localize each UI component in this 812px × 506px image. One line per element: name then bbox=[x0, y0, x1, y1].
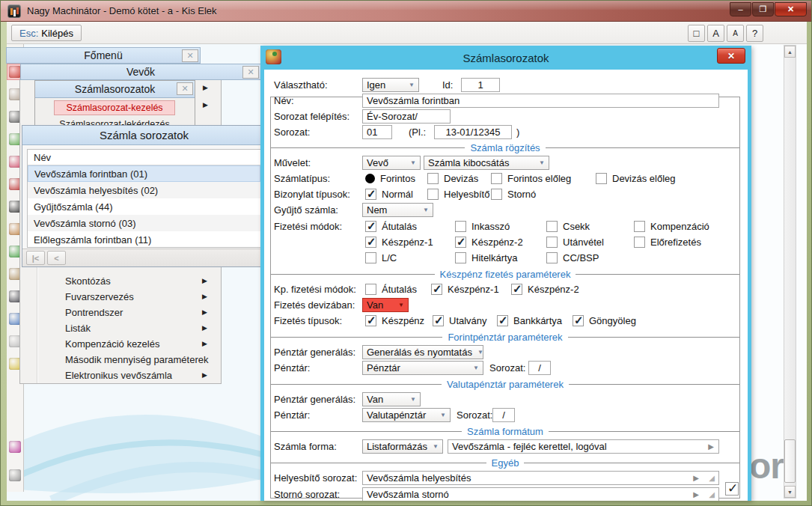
penztar-valuta-dropdown[interactable]: Valutapénztár ▼ bbox=[362, 408, 451, 422]
szamla-forma-dropdown[interactable]: Listaformázás ▼ bbox=[362, 439, 443, 454]
szamlasorozatok-menu-titlebar[interactable]: Számlasorozatok ✕ bbox=[35, 81, 195, 98]
checkbox-elorefizetes[interactable]: Előrefizetés bbox=[634, 235, 701, 249]
first-page-button[interactable]: |< bbox=[26, 251, 45, 265]
checkbox-box-icon bbox=[634, 221, 645, 232]
menu-item-szamlasorozat-kezeles[interactable]: Számlasorozat-kezelés bbox=[54, 100, 175, 115]
penztar-generalas-valuta-dropdown[interactable]: Van ▼ bbox=[362, 392, 421, 406]
gyujto-szamla-dropdown[interactable]: Nem ▼ bbox=[362, 203, 433, 217]
checkbox-keszpenz-1[interactable]: Készpénz-1 bbox=[365, 235, 433, 249]
checkbox-inkasszo[interactable]: Inkasszó bbox=[455, 219, 510, 233]
maximize-button[interactable]: ❐ bbox=[752, 2, 774, 16]
dialog-titlebar[interactable]: Számlasorozatok bbox=[260, 46, 751, 70]
muvelet-label: Művelet: bbox=[274, 156, 311, 170]
checkbox-atutalas[interactable]: Átutalás bbox=[365, 219, 417, 233]
checkbox-kompenzacio[interactable]: Kompenzáció bbox=[634, 219, 709, 233]
checkbox-lc[interactable]: L/C bbox=[365, 251, 397, 264]
checkbox-box-icon bbox=[634, 237, 645, 248]
checkbox-box-icon bbox=[433, 315, 444, 326]
submenu-arrow-icon: ▶ bbox=[203, 101, 208, 109]
checkbox-keszpenz-2[interactable]: Készpénz-2 bbox=[455, 235, 523, 249]
menu-item-skontozas[interactable]: Skontózás ▶ bbox=[47, 273, 216, 288]
checkbox-helyesbito[interactable]: Helyesbítő bbox=[427, 187, 489, 201]
list-row[interactable]: Gyűjtőszámla (44) bbox=[28, 198, 260, 215]
window-mode-button[interactable]: □ bbox=[688, 25, 705, 42]
valaszthato-dropdown[interactable]: Igen ▼ bbox=[362, 78, 419, 92]
vevok-window-titlebar[interactable]: Vevők ✕ bbox=[20, 64, 261, 80]
checkbox-utanvetel[interactable]: Utánvétel bbox=[546, 235, 604, 249]
previous-page-button[interactable]: < bbox=[47, 251, 66, 265]
checkbox-storno[interactable]: Stornó bbox=[491, 187, 536, 201]
scroll-up-button[interactable]: ▲ bbox=[784, 46, 796, 58]
checkbox-forintos-eloleg[interactable]: Forintos előleg bbox=[491, 171, 571, 185]
checkbox-kp-keszpenz-1[interactable]: Készpénz-1 bbox=[431, 282, 499, 296]
id-field[interactable]: 1 bbox=[461, 78, 500, 92]
checkbox-hitelkartya[interactable]: Hitelkártya bbox=[455, 251, 517, 264]
checkbox-devizas[interactable]: Devizás bbox=[427, 171, 478, 185]
minimize-button[interactable]: – bbox=[730, 2, 751, 16]
scroll-down-button[interactable]: ▼ bbox=[784, 486, 796, 498]
checkbox-csekk[interactable]: Csekk bbox=[546, 219, 590, 233]
menu-item-masodik-mennyiseg[interactable]: Második mennyiség paraméterek bbox=[47, 352, 216, 367]
list-column-header[interactable]: Név bbox=[28, 150, 260, 165]
szamla-formatum-picker[interactable]: Vevőszámla - fejléc kerettel, logóval ▶ bbox=[448, 439, 719, 454]
checkbox-normal[interactable]: Normál bbox=[365, 187, 413, 201]
fomenu-close-button[interactable]: ✕ bbox=[182, 49, 198, 62]
fomenu-window-titlebar[interactable]: Főmenü ✕ bbox=[6, 47, 201, 64]
checkbox-tipus-utalvany[interactable]: Utalvány bbox=[433, 314, 487, 327]
menu-icon[interactable] bbox=[9, 469, 21, 481]
sorozat-field[interactable]: 01 bbox=[362, 125, 392, 139]
dropdown-arrow-icon: ▼ bbox=[477, 349, 483, 356]
section-szamla-rogzites: Számla rögzítés bbox=[271, 141, 739, 153]
checkbox-box-icon bbox=[455, 237, 466, 248]
penztar-valuta-label: Pénztár: bbox=[274, 408, 310, 422]
szamlasorozatok-close-button[interactable]: ✕ bbox=[177, 82, 193, 95]
vertical-scrollbar[interactable]: ▲ ▼ bbox=[784, 45, 796, 499]
font-decrease-button[interactable]: A bbox=[727, 25, 744, 42]
radio-forintos[interactable]: Forintos bbox=[365, 171, 415, 185]
window-title: Nagy Machinátor - Demó kötet - a - Kis E… bbox=[27, 5, 217, 16]
menu-item-elektronikus-vevoszamla[interactable]: Elektronikus vevőszámla ▶ bbox=[47, 368, 216, 382]
list-row[interactable]: Vevőszámla stornó (03) bbox=[28, 215, 260, 231]
menu-icon[interactable] bbox=[9, 66, 21, 78]
list-row[interactable]: Vevőszámla helyesbítés (02) bbox=[28, 182, 260, 198]
checkbox-tipus-keszpenz[interactable]: Készpénz bbox=[365, 314, 424, 327]
menu-item-fuvarszervezes[interactable]: Fuvarszervezés ▶ bbox=[47, 289, 216, 304]
penztar-forint-dropdown[interactable]: Pénztár ▼ bbox=[362, 361, 483, 375]
exit-button[interactable]: Esc: Kilépés bbox=[11, 25, 82, 41]
list-row[interactable]: Vevőszámla forintban (01) bbox=[28, 165, 260, 182]
help-button[interactable]: ? bbox=[746, 25, 763, 42]
menu-icon[interactable] bbox=[9, 441, 21, 453]
muvelet-tipus-dropdown[interactable]: Számla kibocsátás ▼ bbox=[424, 156, 549, 170]
menu-item-pontrendszer[interactable]: Pontrendszer ▶ bbox=[47, 305, 216, 320]
submenu-arrow-icon: ▶ bbox=[203, 84, 208, 91]
sorozat-forint-field[interactable]: / bbox=[528, 361, 551, 375]
checkbox-devizas-eloleg[interactable]: Devizás előleg bbox=[596, 171, 676, 185]
dialog-close-button[interactable]: ✕ bbox=[717, 48, 745, 64]
list-navigation-bar: |< < bbox=[22, 249, 266, 266]
checkbox-tipus-bankkartya[interactable]: Bankkártya bbox=[497, 314, 562, 327]
list-row[interactable]: Előlegszámla forintban (11) bbox=[28, 231, 260, 248]
confirm-checkbox[interactable] bbox=[725, 482, 739, 496]
sorozat-felepites-field[interactable]: Év-Sorozat/ bbox=[362, 109, 451, 124]
storno-sorozat-picker[interactable]: Vevőszámla stornó ▶ ◢ bbox=[362, 487, 719, 501]
menu-item-kompenzacio[interactable]: Kompenzáció kezelés ▶ bbox=[47, 336, 216, 351]
checkbox-kp-atutalas[interactable]: Átutalás bbox=[365, 282, 417, 296]
sorozat-example-field[interactable]: 13-01/12345 bbox=[434, 125, 512, 139]
vevok-close-button[interactable]: ✕ bbox=[242, 66, 259, 79]
checkbox-tipus-gongyoleg[interactable]: Göngyöleg bbox=[573, 314, 636, 327]
muvelet-dropdown[interactable]: Vevő ▼ bbox=[362, 156, 421, 170]
fizetes-devizaban-dropdown[interactable]: Van ▼ bbox=[362, 298, 409, 312]
helyesbito-sorozat-picker[interactable]: Vevőszámla helyesbítés ▶ ◢ bbox=[362, 471, 719, 485]
list-window-titlebar[interactable]: Számla sorozatok bbox=[22, 126, 266, 145]
scrollbar-thumb[interactable] bbox=[784, 439, 796, 483]
checkbox-ccbsp[interactable]: CC/BSP bbox=[546, 251, 599, 264]
close-button[interactable]: ✕ bbox=[775, 2, 807, 16]
resize-handle-icon[interactable]: ◢ bbox=[709, 490, 715, 499]
font-increase-button[interactable]: A bbox=[707, 25, 724, 42]
penztar-generalas-forint-dropdown[interactable]: Generálás és nyomtatás ▼ bbox=[362, 345, 483, 359]
nev-field[interactable]: Vevőszámla forintban bbox=[362, 94, 719, 108]
resize-handle-icon[interactable]: ◢ bbox=[709, 474, 715, 482]
menu-item-listak[interactable]: Listák ▶ bbox=[47, 320, 216, 335]
sorozat-valuta-field[interactable]: / bbox=[492, 408, 515, 422]
checkbox-kp-keszpenz-2[interactable]: Készpénz-2 bbox=[511, 282, 579, 296]
